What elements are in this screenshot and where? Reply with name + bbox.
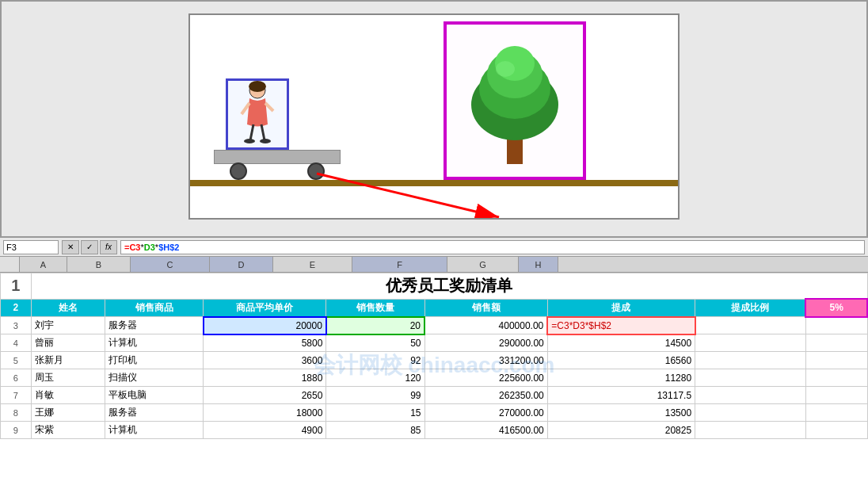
cell-b4[interactable]: 计算机 [105,334,203,352]
cell-e6[interactable]: 225600.00 [424,369,547,387]
cell-h7 [805,387,867,404]
cell-f7[interactable]: 13117.5 [547,387,695,404]
spreadsheet-area: F3 ✕ ✓ fx =C3 * D3 * $H$2 A B C D E F G … [0,238,868,493]
cancel-btn[interactable]: ✕ [62,240,79,254]
cell-f4[interactable]: 14500 [547,334,695,352]
cell-c3[interactable]: 20000 [204,317,326,334]
cell-f6[interactable]: 11280 [547,369,695,387]
cell-d9[interactable]: 85 [326,422,424,439]
cell-e8[interactable]: 270000.00 [424,404,547,422]
fx-btn[interactable]: fx [100,240,117,254]
table-row: 4 曾丽 计算机 5800 50 290000.00 14500 [1,334,868,352]
header-pct-label: 提成比例 [695,299,806,317]
formula-bar: F3 ✕ ✓ fx =C3 * D3 * $H$2 [0,238,868,257]
confirm-btn[interactable]: ✓ [81,240,98,254]
cell-g7 [695,387,806,404]
cell-d7[interactable]: 99 [326,387,424,404]
col-header-h[interactable]: H [519,257,558,272]
header-qty: 销售数量 [326,299,424,317]
cell-g8 [695,404,806,422]
spreadsheet-table: 1 优秀员工奖励清单 2 姓名 销售商品 商品平均单价 销售数量 销售额 提成 … [0,273,868,439]
table-row: 3 刘宇 服务器 20000 20 400000.00 =C3*D3*$H$2 [1,317,868,334]
girl-box [226,78,289,150]
cell-e7[interactable]: 262350.00 [424,387,547,404]
row-num-1: 1 [1,273,32,300]
cell-g4 [695,334,806,352]
name-box[interactable]: F3 [3,240,59,254]
cell-f8[interactable]: 13500 [547,404,695,422]
cell-c8[interactable]: 18000 [204,404,326,422]
col-header-d[interactable]: D [210,257,273,272]
cell-b5[interactable]: 打印机 [105,352,203,369]
cell-e9[interactable]: 416500.00 [424,422,547,439]
cell-c5[interactable]: 3600 [204,352,326,369]
row-num-2: 2 [1,299,32,317]
cell-e4[interactable]: 290000.00 [424,334,547,352]
cell-d4[interactable]: 50 [326,334,424,352]
cell-a5[interactable]: 张新月 [31,352,105,369]
col-header-c[interactable]: C [131,257,210,272]
cell-a3[interactable]: 刘宇 [31,317,105,334]
header-row: 2 姓名 销售商品 商品平均单价 销售数量 销售额 提成 提成比例 5% [1,299,868,317]
cell-g6 [695,369,806,387]
formula-input[interactable]: =C3 * D3 * $H$2 [120,240,865,254]
row-num-5: 5 [1,352,32,369]
formula-part-h2: $H$2 [158,243,179,252]
cell-h3 [805,317,867,334]
cell-b6[interactable]: 扫描仪 [105,369,203,387]
cell-e3[interactable]: 400000.00 [424,317,547,334]
col-header-a[interactable]: A [20,257,67,272]
table-row: 8 王娜 服务器 18000 15 270000.00 13500 [1,404,868,422]
cell-d3[interactable]: 20 [326,317,424,334]
formula-buttons: ✕ ✓ fx [62,240,117,254]
cell-g3 [695,317,806,334]
svg-line-7 [265,103,273,111]
cell-f5[interactable]: 16560 [547,352,695,369]
col-header-g[interactable]: G [447,257,519,272]
cart-wheel-right [307,162,325,180]
animation-panel [0,0,868,238]
formula-part-d3: D3 [144,243,155,252]
cell-c9[interactable]: 4900 [204,422,326,439]
cell-c6[interactable]: 1880 [204,369,326,387]
formula-part-c3: =C3 [124,243,141,252]
cell-d8[interactable]: 15 [326,404,424,422]
cell-f9[interactable]: 20825 [547,422,695,439]
cell-d5[interactable]: 92 [326,352,424,369]
row-num-9: 9 [1,422,32,439]
cell-h5 [805,352,867,369]
row-num-3: 3 [1,317,32,334]
cell-a4[interactable]: 曾丽 [31,334,105,352]
cell-c4[interactable]: 5800 [204,334,326,352]
cell-a9[interactable]: 宋紫 [31,422,105,439]
cell-b8[interactable]: 服务器 [105,404,203,422]
cell-b9[interactable]: 计算机 [105,422,203,439]
table-row: 9 宋紫 计算机 4900 85 416500.00 20825 [1,422,868,439]
col-header-f[interactable]: F [352,257,447,272]
col-header-e[interactable]: E [273,257,352,272]
header-name: 姓名 [31,299,105,317]
cell-g5 [695,352,806,369]
row-num-7: 7 [1,387,32,404]
title-row: 1 优秀员工奖励清单 [1,273,868,300]
cell-c7[interactable]: 2650 [204,387,326,404]
cell-d6[interactable]: 120 [326,369,424,387]
table-row: 6 周玉 扫描仪 1880 120 225600.00 11280 [1,369,868,387]
svg-point-5 [260,139,271,143]
cell-f3[interactable]: =C3*D3*$H$2 [547,317,695,334]
svg-point-4 [244,139,255,143]
col-header-b[interactable]: B [67,257,131,272]
cart [214,117,341,180]
table-row: 5 张新月 打印机 3600 92 331200.00 16560 [1,352,868,369]
col-headers: A B C D E F G H [0,257,868,273]
cell-e5[interactable]: 331200.00 [424,352,547,369]
cell-b3[interactable]: 服务器 [105,317,203,334]
animation-inner [188,13,680,220]
header-commission: 提成 [547,299,695,317]
cell-h4 [805,334,867,352]
cell-a8[interactable]: 王娜 [31,404,105,422]
cell-a7[interactable]: 肖敏 [31,387,105,404]
ground [190,180,678,186]
cell-b7[interactable]: 平板电脑 [105,387,203,404]
cell-a6[interactable]: 周玉 [31,369,105,387]
